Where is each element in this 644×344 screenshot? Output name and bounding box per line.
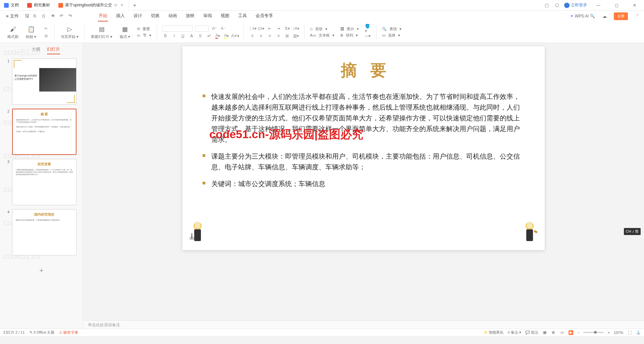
distribute-button[interactable]: ⊞ [284, 33, 290, 39]
tab-daoke[interactable]: 稻壳素材 [23, 0, 54, 11]
copy-icon[interactable]: ⧉ [43, 33, 49, 39]
close-window-button[interactable]: ✕ [628, 1, 641, 10]
find-button[interactable]: 🔍查找 ▾ [382, 26, 401, 32]
zoom-level[interactable]: 107% [614, 331, 623, 335]
underline-button[interactable]: U [180, 33, 186, 39]
clipboard-icon: 📋 [27, 25, 36, 34]
bold-button[interactable]: B [162, 33, 168, 39]
bullets-button[interactable]: ⋮≡▾ [249, 25, 255, 32]
tab-member[interactable]: 会员专享 [255, 11, 274, 21]
redo-icon[interactable]: ↷ [68, 13, 74, 19]
slideshow-view-icon[interactable]: ▶ [569, 330, 573, 335]
highlight-button[interactable]: A▾ [223, 33, 229, 39]
slides-tab[interactable]: 幻灯片 [47, 46, 60, 54]
paste-button[interactable]: 📋粘贴 ▾ [23, 25, 39, 39]
align-right-button[interactable]: ≡ [267, 33, 273, 39]
columns-button[interactable]: ▥▾ [293, 33, 299, 39]
align-left-button[interactable]: ≡ [249, 33, 255, 39]
italic-button[interactable]: I [171, 33, 177, 39]
tab-start[interactable]: 开始 [98, 11, 108, 21]
tab-animation[interactable]: 动画 [168, 11, 178, 21]
add-tab-button[interactable]: + [128, 2, 141, 8]
clear-format-button[interactable]: A✕▾ [232, 33, 238, 39]
cube-icon[interactable]: ⬡ [554, 3, 559, 8]
align-center-button[interactable]: ≡ [258, 33, 264, 39]
numbering-button[interactable]: 1≡▾ [258, 25, 264, 32]
layout-button[interactable]: ▦版式 ▾ [117, 25, 133, 39]
close-icon[interactable]: ✕ [119, 3, 124, 8]
more-icon[interactable]: ⚓ [636, 330, 641, 335]
notes-toggle[interactable]: ≡ 备注 ▾ [507, 330, 521, 335]
tab-design[interactable]: 设计 [133, 11, 143, 21]
indent-dec-button[interactable]: ⇤ [267, 25, 273, 32]
text-direction-button[interactable]: ↕A▾ [293, 25, 299, 32]
zoom-slider[interactable] [583, 332, 603, 333]
font-color-button[interactable]: A▾ [215, 33, 221, 39]
font-family-select[interactable] [162, 25, 193, 32]
section-button[interactable]: ▭节 ▾ [137, 33, 151, 38]
outline-tab[interactable]: 大纲 [32, 46, 40, 54]
cut-icon[interactable]: ✂ [43, 25, 49, 32]
font-size-select[interactable] [195, 25, 209, 32]
new-slide-button[interactable]: ▤新建幻灯片 ▾ [88, 25, 115, 39]
tab-view[interactable]: 视图 [220, 11, 230, 21]
undo-icon[interactable]: ↶ [60, 13, 65, 19]
picture-button[interactable]: 🖼图片 ▾ [340, 26, 359, 32]
thumb-4[interactable]: 国内研究现状随着社会经济的快速发展，人类基础设施建设水平逐步提高… [12, 209, 76, 255]
linespacing-button[interactable]: ⇅▾ [284, 25, 290, 32]
cursor-icon: ▭ [382, 33, 385, 38]
font-shrink-icon[interactable]: A⁻ [220, 25, 226, 32]
thumb-3[interactable]: 研究背景· 网络发展的越来越迅速，它深刻的影响着每一个人生活的各个方面。每一种新… [12, 159, 76, 205]
file-menu[interactable]: ≡文件 [4, 13, 21, 19]
notes-input[interactable]: 单击此处添加备注 [83, 321, 644, 329]
missing-font-status[interactable]: ⚠ 缺失字体 [59, 330, 78, 335]
sorter-view-icon[interactable]: ⊞ [551, 330, 556, 335]
font-grow-icon[interactable]: A⁺ [211, 25, 217, 32]
strike-button[interactable]: A̶ [189, 33, 195, 39]
add-slide-button[interactable]: + [5, 260, 78, 282]
reset-button[interactable]: ⟲重置 [137, 26, 151, 32]
save-icon[interactable]: 🖫 [25, 13, 30, 19]
wps-ai-button[interactable]: ✦WPS AI🔍 [570, 14, 595, 18]
select-button[interactable]: ▭选择 ▾ [382, 33, 401, 38]
zoom-out-button[interactable]: − [577, 331, 579, 335]
superscript-button[interactable]: x² [206, 33, 212, 39]
minimize-button[interactable]: — [592, 1, 605, 10]
slide-canvas[interactable]: 摘要 快速发展的社会中，人们的生活水平都在提高，生活节奏也在逐渐加快。为了节省时… [182, 46, 545, 250]
export-icon[interactable]: ⎘ [34, 13, 39, 19]
reading-view-icon[interactable]: ▭ [560, 330, 565, 335]
preview-icon[interactable]: 👁 [51, 13, 56, 19]
share-button[interactable]: 分享 [614, 12, 628, 20]
normal-view-icon[interactable]: ▦ [542, 330, 547, 335]
shape-button[interactable]: ◇形状 ▾ [310, 26, 334, 32]
indent-inc-button[interactable]: ⇥ [275, 25, 281, 32]
comments-toggle[interactable]: 💬 批注 [525, 330, 538, 335]
print-icon[interactable]: ⎙ [42, 13, 48, 19]
outline-color-button[interactable]: ▭▾ [365, 33, 371, 39]
tab-transition[interactable]: 切换 [150, 11, 160, 21]
tab-review[interactable]: 审阅 [203, 11, 213, 21]
strike2-button[interactable]: S [197, 33, 203, 39]
tab-slideshow[interactable]: 放映 [185, 11, 195, 21]
tab-tools[interactable]: 工具 [237, 11, 248, 21]
tab-docs[interactable]: 文档 [0, 0, 23, 11]
thumb-1[interactable]: 基于springboot的城市公交调度系统PPT [12, 58, 76, 105]
thumb-2[interactable]: 摘 要快速发展的社会中，人们的生活水平都在提高，生活节奏也在逐渐加快。为了节省时… [12, 109, 76, 155]
textbox-button[interactable]: A▭文本框 ▾ [310, 33, 334, 38]
login-button[interactable]: 立即登录 [564, 2, 587, 8]
collapse-ribbon-icon[interactable]: ˄ [635, 13, 640, 19]
from-current-button[interactable]: ▷当页开始 ▾ [58, 25, 81, 39]
beautify-button[interactable]: ✨ 智能美化 [483, 330, 503, 335]
fill-color-button[interactable]: 🪣▾ [365, 25, 371, 32]
cloud-icon[interactable]: ☁ [602, 13, 607, 19]
tab-insert[interactable]: 插入 [115, 11, 125, 21]
window-icon[interactable]: ▢ [544, 3, 549, 8]
tab-current[interactable]: 基于springboot的城市公交⟳✕ [54, 0, 128, 11]
format-painter-button[interactable]: 🖌格式刷 [5, 25, 21, 39]
fit-screen-icon[interactable]: ⛶ [627, 330, 632, 335]
zoom-in-button[interactable]: + [607, 331, 609, 335]
align-justify-button[interactable]: ≡ [275, 33, 281, 39]
maximize-button[interactable]: ▢ [610, 1, 623, 10]
theme-status[interactable]: ✎ 3 Office 主题 [30, 330, 55, 335]
arrange-button[interactable]: ⧉排列 ▾ [340, 33, 359, 38]
